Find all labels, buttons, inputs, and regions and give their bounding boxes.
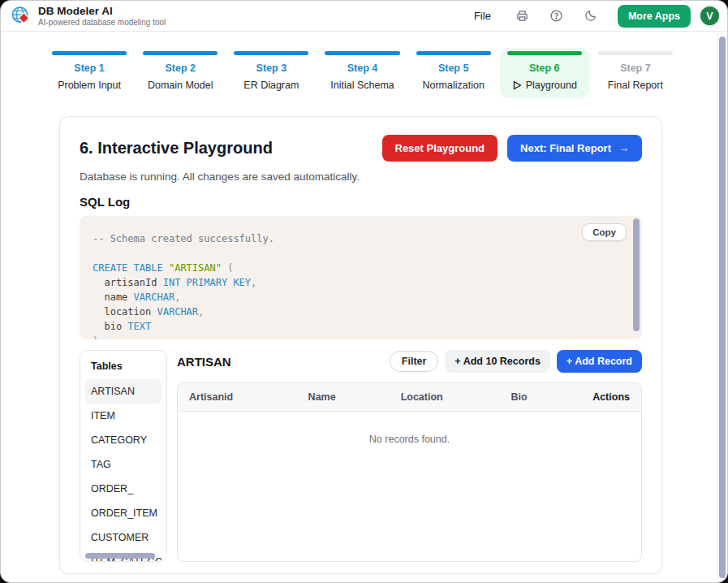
steps-row: Step 1 Problem Input Step 2 Domain Model… xyxy=(1,32,727,98)
help-icon[interactable] xyxy=(549,9,563,23)
step-number: Step 7 xyxy=(598,63,673,74)
status-text: Database is running. All changes are sav… xyxy=(80,171,642,183)
table-list-item-order_item[interactable]: ORDER_ITEM xyxy=(85,501,162,525)
table-list-item-category[interactable]: CATEGORY xyxy=(85,428,162,452)
step-card-normalization[interactable]: Step 5 Normalization xyxy=(409,48,498,98)
avatar[interactable]: V xyxy=(699,5,721,27)
step-progress-bar xyxy=(234,51,308,55)
step-progress-bar xyxy=(325,51,399,55)
step-number: Step 6 xyxy=(507,63,582,74)
table-list-item-artisan[interactable]: ARTISAN xyxy=(85,379,162,404)
copy-button[interactable]: Copy xyxy=(582,223,627,241)
table-list-item-tag[interactable]: TAG xyxy=(85,452,162,477)
column-header-bio: Bio xyxy=(510,391,572,403)
app-title: DB Modeler AI xyxy=(38,5,166,18)
sql-log-scrollbar[interactable] xyxy=(633,218,640,337)
table-list-item-customer[interactable]: CUSTOMER xyxy=(85,525,162,550)
code-line: bio TEXT xyxy=(93,319,621,334)
next-final-report-button[interactable]: Next: Final Report → xyxy=(507,135,642,162)
column-header-artisanid: Artisanid xyxy=(189,391,308,403)
step-number: Step 1 xyxy=(52,63,127,74)
tables-hscrollbar-thumb[interactable] xyxy=(85,553,155,559)
step-label: Initial Schema xyxy=(325,80,399,91)
playground-header: 6. Interactive Playground Reset Playgrou… xyxy=(80,135,642,162)
records-panel: ARTISAN Filter + Add 10 Records + Add Re… xyxy=(177,350,642,562)
step-label: Problem Input xyxy=(52,80,127,91)
step-number: Step 2 xyxy=(143,63,218,74)
tables-list: ARTISANITEMCATEGORYTAGORDER_ORDER_ITEMCU… xyxy=(85,379,162,562)
add-ten-records-button[interactable]: + Add 10 Records xyxy=(445,350,549,373)
step-progress-bar xyxy=(143,51,218,55)
filter-button[interactable]: Filter xyxy=(390,351,439,372)
step-card-er-diagram[interactable]: Step 3 ER Diagram xyxy=(226,48,316,98)
playground-bottom: Tables ARTISANITEMCATEGORYTAGORDER_ORDER… xyxy=(80,350,642,562)
step-progress-bar xyxy=(598,51,673,55)
step-label-text: ER Diagram xyxy=(243,80,299,91)
step-label: ER Diagram xyxy=(234,80,308,91)
reset-playground-button[interactable]: Reset Playground xyxy=(382,135,498,162)
app-window: DB Modeler AI AI-powered database modeli… xyxy=(0,0,728,583)
step-number: Step 5 xyxy=(416,63,491,74)
column-header-actions: Actions xyxy=(572,391,630,403)
step-card-final-report[interactable]: Step 7 Final Report xyxy=(591,48,680,98)
records-header: ARTISAN Filter + Add 10 Records + Add Re… xyxy=(177,350,642,373)
records-table: ArtisanidNameLocationBioActions No recor… xyxy=(177,382,642,562)
app-logo-icon xyxy=(11,6,31,26)
step-card-initial-schema[interactable]: Step 4 Initial Schema xyxy=(317,48,407,98)
step-progress-bar xyxy=(416,51,491,55)
next-button-label: Next: Final Report xyxy=(520,142,611,154)
playground-card: 6. Interactive Playground Reset Playgrou… xyxy=(59,116,662,574)
records-table-header: ArtisanidNameLocationBioActions xyxy=(178,383,641,412)
step-card-problem-input[interactable]: Step 1 Problem Input xyxy=(45,48,134,98)
sql-log-scrollbar-thumb[interactable] xyxy=(633,218,640,331)
step-label: Domain Model xyxy=(143,80,218,91)
records-table-title: ARTISAN xyxy=(177,355,383,369)
print-icon[interactable] xyxy=(515,9,529,23)
app-tagline: AI-powered database modeling tool xyxy=(38,18,166,28)
step-number: Step 4 xyxy=(325,63,399,74)
code-line: -- Schema created successfully. xyxy=(93,231,621,246)
window-scrollbar[interactable] xyxy=(717,32,727,582)
code-line: artisanId INT PRIMARY KEY, xyxy=(93,275,621,290)
table-list-item-order_[interactable]: ORDER_ xyxy=(85,477,162,501)
step-progress-bar xyxy=(52,51,127,55)
tables-heading: Tables xyxy=(85,359,162,379)
step-label: Final Report xyxy=(598,80,673,91)
file-menu[interactable]: File xyxy=(474,10,491,22)
step-label-text: Final Report xyxy=(608,80,663,91)
code-line xyxy=(93,246,621,261)
sql-log-block: -- Schema created successfully. CREATE T… xyxy=(80,216,642,339)
more-apps-button[interactable]: More Apps xyxy=(618,5,691,28)
column-header-name: Name xyxy=(308,391,401,403)
step-label: Normalization xyxy=(416,80,491,91)
code-line: CREATE TABLE "ARTISAN" ( xyxy=(93,261,621,275)
arrow-right-icon: → xyxy=(618,142,629,154)
step-label: Playground xyxy=(507,80,582,91)
table-list-item-item[interactable]: ITEM xyxy=(85,404,162,428)
app-header: DB Modeler AI AI-powered database modeli… xyxy=(1,1,727,32)
app-title-block: DB Modeler AI AI-powered database modeli… xyxy=(38,5,166,27)
add-record-button[interactable]: + Add Record xyxy=(557,350,642,373)
column-header-location: Location xyxy=(401,391,511,403)
code-line: location VARCHAR, xyxy=(93,304,621,319)
sql-log-heading: SQL Log xyxy=(80,195,642,209)
step-label-text: Problem Input xyxy=(58,80,121,91)
window-scrollbar-thumb[interactable] xyxy=(719,37,726,578)
code-line: name VARCHAR, xyxy=(93,290,621,304)
step-progress-bar xyxy=(507,51,582,55)
step-label-text: Normalization xyxy=(422,80,484,91)
empty-records-message: No records found. xyxy=(178,412,641,445)
step-card-domain-model[interactable]: Step 2 Domain Model xyxy=(136,48,225,98)
tables-panel: Tables ARTISANITEMCATEGORYTAGORDER_ORDER… xyxy=(80,350,167,562)
page-title: 6. Interactive Playground xyxy=(80,139,382,158)
step-label-text: Domain Model xyxy=(148,80,213,91)
step-label-text: Initial Schema xyxy=(330,80,394,91)
step-card-playground[interactable]: Step 6 Playground xyxy=(500,48,589,98)
sql-log-code: -- Schema created successfully. CREATE T… xyxy=(80,216,642,339)
moon-icon[interactable] xyxy=(584,9,597,23)
step-number: Step 3 xyxy=(234,63,308,74)
step-label-text: Playground xyxy=(526,80,577,91)
code-line: ); xyxy=(93,334,621,339)
play-icon xyxy=(512,80,522,90)
